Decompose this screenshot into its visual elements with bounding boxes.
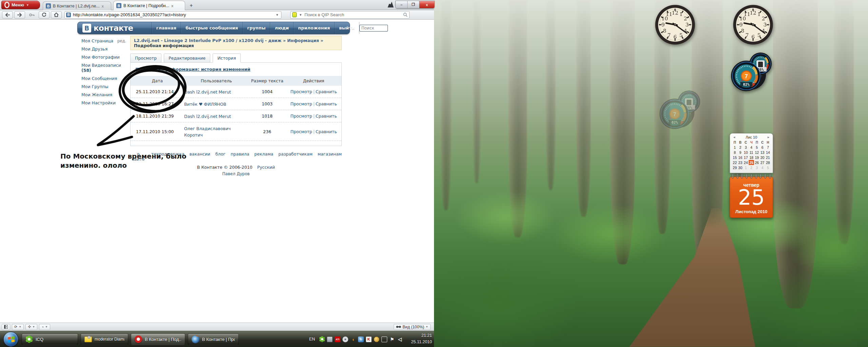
nav-item-groups[interactable]: группы: [242, 22, 270, 34]
calendar-prev-icon[interactable]: ◄: [733, 136, 736, 139]
footer-link-ads[interactable]: реклама: [254, 151, 273, 162]
chevron-down-icon: ▼: [26, 3, 29, 7]
compare-link[interactable]: Сравнить: [316, 89, 337, 94]
flag-icon[interactable]: ⚑: [389, 336, 395, 342]
compare-link[interactable]: Сравнить: [316, 114, 337, 119]
clock-gadget-right[interactable]: 12 1 2 3 4 5 6 7 9 8 10 11: [732, 4, 774, 45]
footer-link-shops[interactable]: магазинам: [318, 151, 342, 162]
svg-text:7: 7: [673, 111, 676, 118]
sidebar-item-settings[interactable]: Мои Настройки: [81, 100, 129, 105]
tab-history[interactable]: История: [213, 54, 241, 63]
address-bar[interactable]: B http://vkontakte.ru/page-20051634_3203…: [64, 11, 281, 19]
windows-update-icon[interactable]: ↻: [358, 336, 364, 342]
taskbar-button-icq[interactable]: ICQ: [22, 333, 78, 345]
history-user-link[interactable]: Dash l2.dvij.net Merut: [184, 89, 231, 95]
compare-link[interactable]: Сравнить: [316, 129, 337, 134]
language-indicator[interactable]: EN: [309, 337, 315, 342]
language-link[interactable]: Русский: [257, 165, 275, 170]
vk-header-search[interactable]: [359, 25, 388, 32]
sidebar-item-messages[interactable]: Мои Сообщения: [81, 76, 129, 81]
panels-toggle-button[interactable]: [2, 324, 10, 330]
start-button[interactable]: [3, 332, 18, 347]
close-button[interactable]: x: [419, 1, 434, 8]
history-user-link[interactable]: Олег Владиславович Коротич: [184, 126, 231, 138]
view-link[interactable]: Просмотр: [290, 89, 312, 94]
ati-tray-icon[interactable]: ATI: [335, 336, 340, 342]
volume-icon[interactable]: ◁︎: [397, 336, 403, 342]
search-bar[interactable]: ▼: [290, 11, 410, 19]
sidebar-item-wishes[interactable]: Мои Желания: [81, 92, 129, 97]
display-settings-icon[interactable]: [327, 336, 333, 342]
vk-sidebar: Моя Страницаред. Мои Друзья Мои Фотограф…: [81, 38, 129, 108]
disc-tray-icon[interactable]: [342, 336, 348, 342]
footer-link-developers[interactable]: разработчикам: [278, 151, 313, 162]
sync-button[interactable]: ⟳▼: [12, 324, 24, 330]
breadcrumb-path[interactable]: L2.dvij.net - Lineage 2 Interlude PvP x1…: [134, 38, 323, 43]
footer-link-rules[interactable]: правила: [231, 151, 249, 162]
taskbar-button-opera[interactable]: В Контакте | Под...: [131, 333, 185, 345]
nav-item-people[interactable]: люди: [270, 22, 293, 34]
calendar-grid: 1234567 891011121314 15161718192021 2223…: [732, 145, 771, 170]
cpu-percent: 02%: [743, 82, 750, 86]
nav-item-main[interactable]: главная: [152, 22, 181, 34]
forward-button[interactable]: [14, 11, 25, 19]
clock-gadget-left[interactable]: 12 1 2 3 4 5 6 7 9 8 10 11: [654, 4, 696, 45]
taskbar-button-firefox[interactable]: В Контакте | Про...: [188, 333, 239, 345]
taskbar-button-folder[interactable]: moderator Diamant: [81, 333, 128, 345]
svg-text:2: 2: [684, 16, 687, 22]
vk-search-input[interactable]: [359, 25, 388, 32]
icq-tray-icon[interactable]: [319, 336, 325, 342]
cpu-meter-gadget[interactable]: 36% 7 02%: [730, 49, 775, 95]
sidebar-item-my-page[interactable]: Моя Страницаред.: [81, 38, 129, 43]
nav-item-apps[interactable]: приложения: [293, 22, 334, 34]
view-link[interactable]: Просмотр: [290, 101, 312, 106]
sidebar-item-friends[interactable]: Мои Друзья: [81, 46, 129, 52]
opera-menu-button[interactable]: Меню ▼: [1, 1, 40, 9]
key-icon[interactable]: [26, 11, 37, 19]
restore-button[interactable]: ❐: [408, 1, 419, 8]
history-size: 236: [249, 129, 286, 134]
turbo-button[interactable]: ◔▼: [39, 324, 50, 330]
back-button[interactable]: [2, 11, 13, 19]
nav-item-logout[interactable]: выйти: [334, 22, 359, 34]
magnifier-icon[interactable]: [403, 13, 408, 17]
tab-close-icon[interactable]: x: [102, 4, 104, 8]
zoom-view-button[interactable]: Вид (100%) ▼: [394, 324, 431, 330]
edit-link[interactable]: ред.: [117, 39, 126, 43]
view-link[interactable]: Просмотр: [290, 129, 312, 134]
search-engine-dropdown-icon[interactable]: ▼: [298, 13, 303, 17]
home-button[interactable]: [51, 11, 62, 19]
volume-orange-icon[interactable]: ◖: [350, 336, 356, 342]
sidebar-item-photos[interactable]: Мои Фотографии: [81, 55, 129, 60]
svg-text:11: 11: [744, 11, 750, 17]
tab-close-icon[interactable]: x: [171, 4, 173, 8]
kaspersky-icon[interactable]: K: [366, 336, 372, 342]
history-user-link[interactable]: Витёк ♥ ФИЛЯНОВ: [184, 102, 226, 107]
footer-link-blog[interactable]: блог: [215, 151, 225, 162]
refresh-button[interactable]: [39, 11, 50, 19]
browser-tab-2-active[interactable]: B В Контакте | Подробн... x: [113, 1, 185, 10]
new-tab-button[interactable]: +: [188, 3, 195, 8]
footer-link-jobs[interactable]: вакансии: [190, 151, 211, 162]
url-dropdown-icon[interactable]: ▼: [275, 13, 280, 17]
sidebar-item-groups[interactable]: Мои Группы: [81, 84, 129, 89]
calendar-next-icon[interactable]: ►: [767, 136, 770, 139]
network-icon[interactable]: [381, 336, 387, 342]
compare-link[interactable]: Сравнить: [316, 101, 337, 106]
taskbar-clock[interactable]: 21:21 25.11.2010: [411, 332, 432, 345]
nav-item-messages[interactable]: быстрые сообщения: [181, 22, 242, 34]
sidebar-item-videos[interactable]: Мои Видеозаписи(58): [81, 63, 129, 73]
vk-logo[interactable]: В контакте: [78, 24, 138, 33]
browser-tab-1[interactable]: B В Контакте | L2.dvij.ne... x: [43, 1, 111, 10]
calendar-gadget[interactable]: ◄ Лис 10 ► ПВ СЧ ПС Н 1234567 8910111213…: [730, 133, 773, 218]
unite-button[interactable]: ✣▼: [25, 324, 37, 330]
qip-tray-icon[interactable]: [374, 336, 379, 342]
search-input[interactable]: [304, 12, 402, 17]
history-user-link[interactable]: Dash l2.dvij.net Merut: [184, 114, 231, 119]
minimize-button[interactable]: –: [396, 1, 408, 8]
founder-link[interactable]: Павел Дуров: [130, 171, 342, 176]
view-link[interactable]: Просмотр: [290, 114, 312, 119]
tab-edit[interactable]: Редактирование: [164, 54, 210, 63]
vk-favicon: B: [116, 3, 121, 8]
tab-view[interactable]: Просмотр: [130, 54, 161, 63]
